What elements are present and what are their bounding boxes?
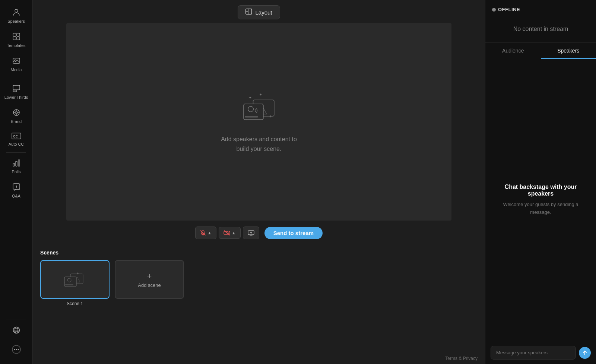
- svg-point-31: [18, 349, 19, 350]
- preview-placeholder-text: Add speakers and content to build your s…: [221, 134, 297, 153]
- offline-label: OFFLINE: [498, 7, 520, 12]
- templates-icon: [12, 32, 20, 42]
- sidebar-item-label: Polls: [12, 170, 21, 174]
- scene-card-1[interactable]: ✦ ✦: [40, 260, 110, 299]
- sidebar-item-label: Templates: [7, 43, 25, 48]
- panel-tabs: Audience Speakers: [485, 42, 596, 59]
- preview-placeholder-icon: ✦ ✦ ✦ ✦: [233, 90, 285, 129]
- sidebar-item-label: Media: [11, 67, 22, 72]
- sidebar-item-label: Auto CC: [9, 142, 24, 146]
- sidebar-item-label: Speakers: [7, 19, 25, 23]
- cam-chevron: ▲: [232, 231, 236, 235]
- scenes-row: ✦ ✦ Scene 1 + Add scene: [40, 260, 478, 306]
- svg-rect-8: [13, 90, 17, 92]
- scenes-section: Scenes ✦ ✦ Scene 1: [33, 244, 485, 306]
- sidebar-item-label: Brand: [11, 119, 22, 124]
- sidebar-item-lower-thirds[interactable]: Lower Thirds: [0, 80, 32, 104]
- offline-badge: OFFLINE: [492, 7, 589, 12]
- right-panel: OFFLINE No content in stream Audience Sp…: [485, 0, 596, 364]
- add-scene-label: Add scene: [138, 282, 161, 288]
- sidebar-divider-3: [6, 320, 26, 320]
- add-scene-button[interactable]: + Add scene: [115, 260, 184, 299]
- sidebar-item-label: Lower Thirds: [4, 95, 28, 99]
- mic-chevron: ▲: [207, 231, 212, 235]
- sidebar-bottom: [0, 318, 32, 360]
- svg-rect-2: [17, 33, 20, 36]
- svg-rect-42: [245, 116, 258, 118]
- auto-cc-icon: CC: [12, 133, 21, 140]
- media-icon: [12, 57, 20, 66]
- sidebar: Speakers Templates Media: [0, 0, 33, 364]
- svg-text:✦: ✦: [248, 96, 252, 100]
- send-message-button[interactable]: [579, 347, 591, 359]
- sidebar-item-polls[interactable]: Polls: [0, 154, 32, 178]
- svg-text:✦: ✦: [259, 93, 262, 97]
- sidebar-item-media[interactable]: Media: [0, 52, 32, 76]
- scene-1-name: Scene 1: [67, 301, 83, 306]
- chat-section: Chat backstage with your speakers Welcom…: [485, 59, 596, 341]
- footer: Terms & Privacy: [33, 353, 485, 364]
- scenes-title: Scenes: [40, 250, 478, 256]
- speakers-icon: [12, 8, 20, 18]
- offline-dot: [492, 8, 496, 12]
- svg-rect-19: [18, 160, 20, 166]
- sidebar-item-label: Q&A: [12, 194, 20, 198]
- tab-audience[interactable]: Audience: [485, 42, 541, 59]
- tab-speakers[interactable]: Speakers: [541, 42, 596, 59]
- scene-1-wrapper: ✦ ✦ Scene 1: [40, 260, 110, 306]
- svg-point-29: [14, 349, 15, 350]
- no-content-text: No content in stream: [492, 18, 589, 36]
- screen-share-button[interactable]: [243, 227, 259, 239]
- svg-rect-57: [65, 284, 73, 285]
- sidebar-item-globe[interactable]: [0, 322, 32, 340]
- send-to-stream-button[interactable]: Send to stream: [264, 227, 323, 239]
- sidebar-divider-1: [6, 78, 26, 78]
- layout-icon: [245, 9, 252, 16]
- svg-rect-3: [13, 37, 16, 40]
- controls-bar: ▲ ▲ Send to stream: [33, 221, 485, 244]
- sidebar-item-more[interactable]: [0, 340, 32, 360]
- top-bar: Layout: [33, 0, 485, 23]
- svg-point-21: [16, 186, 17, 187]
- sidebar-item-templates[interactable]: Templates: [0, 28, 32, 52]
- sidebar-item-speakers[interactable]: Speakers: [0, 4, 32, 28]
- layout-button[interactable]: Layout: [238, 5, 280, 19]
- svg-text:✦: ✦: [76, 272, 79, 275]
- layout-button-label: Layout: [255, 9, 272, 16]
- svg-rect-17: [13, 163, 15, 166]
- sidebar-item-brand[interactable]: Brand: [0, 104, 32, 128]
- terms-privacy-link[interactable]: Terms & Privacy: [445, 356, 478, 361]
- sidebar-divider-2: [6, 152, 26, 153]
- svg-point-30: [16, 349, 17, 350]
- svg-point-0: [15, 9, 18, 12]
- mic-mute-button[interactable]: ▲: [195, 227, 216, 239]
- add-scene-wrapper: + Add scene: [115, 260, 184, 299]
- polls-icon: [12, 159, 20, 168]
- globe-icon: [12, 326, 20, 335]
- message-input-row: [485, 341, 596, 364]
- svg-rect-4: [17, 37, 20, 40]
- svg-rect-32: [246, 9, 252, 14]
- sidebar-item-qa[interactable]: Q&A: [0, 178, 32, 203]
- main-content: Layout ✦ ✦ ✦ ✦: [33, 0, 485, 364]
- more-icon: [11, 344, 22, 356]
- add-scene-icon: +: [147, 271, 152, 281]
- chat-title: Chat backstage with your speakers: [493, 184, 589, 197]
- preview-area: ✦ ✦ ✦ ✦ Add speakers and content to: [66, 23, 451, 221]
- svg-rect-7: [13, 85, 20, 90]
- stream-status: OFFLINE No content in stream: [485, 0, 596, 42]
- svg-point-10: [15, 111, 18, 114]
- qa-icon: [12, 183, 20, 192]
- svg-line-43: [201, 231, 205, 235]
- lower-thirds-icon: [12, 84, 20, 94]
- brand-icon: [12, 108, 20, 118]
- cam-mute-button[interactable]: ▲: [219, 227, 241, 239]
- message-input[interactable]: [491, 346, 576, 360]
- sidebar-item-auto-cc[interactable]: CC Auto CC: [0, 128, 32, 151]
- svg-rect-1: [13, 33, 16, 36]
- svg-rect-18: [16, 161, 17, 166]
- chat-description: Welcome your guests by sending a message…: [493, 201, 589, 216]
- svg-text:CC: CC: [13, 134, 18, 138]
